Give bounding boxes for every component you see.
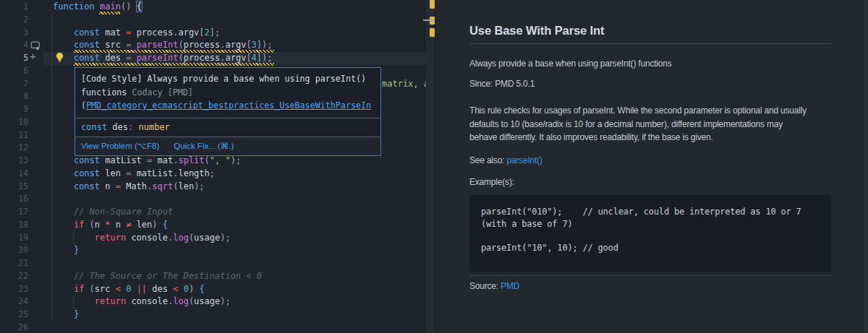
code-editor[interactable]: 1function main() {23 const mat = process… xyxy=(0,0,435,333)
code-token: mat xyxy=(158,155,174,165)
line-number[interactable]: 18 xyxy=(0,219,28,232)
code-token: const xyxy=(74,181,105,191)
code-token xyxy=(53,220,74,230)
lightbulb-icon[interactable] xyxy=(55,52,64,66)
code-token: n xyxy=(116,220,126,230)
code-token: if xyxy=(74,284,90,294)
divider xyxy=(469,275,831,276)
code-line-26[interactable]: 26 xyxy=(0,321,435,333)
view-problem-action[interactable]: View Problem (⌥F8) xyxy=(81,142,159,150)
line-number[interactable]: 17 xyxy=(0,206,28,219)
line-number[interactable]: 24 xyxy=(0,295,28,308)
code-token: [ xyxy=(199,27,204,38)
line-number[interactable]: 6 xyxy=(0,65,28,78)
code-line-15[interactable]: 15 const n = Math.sqrt(len); xyxy=(0,181,435,194)
code-token: parseInt xyxy=(137,53,179,63)
code-token: matrix, a xyxy=(382,79,429,89)
line-number[interactable]: 15 xyxy=(0,181,28,194)
code-line-17[interactable]: 17 // Non-Square Input xyxy=(0,206,435,219)
example-code-block: parseInt("010"); // unclear, could be in… xyxy=(469,195,831,272)
code-text: } xyxy=(53,309,79,319)
code-line-25[interactable]: 25 } xyxy=(0,308,435,321)
line-number[interactable]: 2 xyxy=(0,14,28,27)
code-token xyxy=(53,233,95,243)
rule-id-link[interactable]: PMD_category_ecmascript_bestpractices_Us… xyxy=(86,100,371,111)
code-line-19[interactable]: 19 return console.log(usage); xyxy=(0,232,435,245)
line-number[interactable]: 23 xyxy=(0,283,28,296)
code-line-14[interactable]: 14 const len = matList.length; xyxy=(0,168,435,181)
vscode-window: 1function main() {23 const mat = process… xyxy=(0,0,868,333)
code-token: len xyxy=(178,181,194,191)
tooltip-message-line: [Code Style] Always provide a base when … xyxy=(81,72,375,86)
code-token: process xyxy=(137,27,174,38)
line-number[interactable]: 12 xyxy=(0,142,28,155)
code-token: const xyxy=(74,168,105,178)
tooltip-actions-bar: View Problem (⌥F8)Quick Fix... (⌘.) xyxy=(75,137,380,155)
rule-docs-panel: Use Base With Parse Int Always provide a… xyxy=(435,0,868,333)
doc-subtitle: Always provide a base when using parseIn… xyxy=(469,59,672,69)
code-token: n xyxy=(95,220,105,230)
tooltip-message-line: functions Codacy [PMD] xyxy=(81,86,375,100)
line-number[interactable]: 8 xyxy=(0,90,28,103)
code-token: argv xyxy=(178,27,199,38)
code-line-13[interactable]: 13 const matList = mat.split(", "); xyxy=(0,155,435,168)
line-number[interactable]: 7 xyxy=(0,78,28,91)
code-line-16[interactable]: 16 xyxy=(0,193,435,206)
code-line-18[interactable]: 18 if (n * n ≠ len) { xyxy=(0,219,435,232)
code-token: const xyxy=(81,122,112,132)
code-line-1[interactable]: 1function main() { xyxy=(0,1,435,14)
code-token: log xyxy=(173,296,189,306)
code-line-23[interactable]: 23 if (src < 0 || des < 0) { xyxy=(0,283,435,296)
code-text: const len = matList.length; xyxy=(53,168,215,178)
line-number[interactable]: 9 xyxy=(0,103,28,116)
code-token: ] xyxy=(257,53,262,63)
code-token: 3 xyxy=(252,40,257,50)
code-token: const xyxy=(74,27,105,38)
line-number[interactable]: 20 xyxy=(0,244,28,257)
code-line-22[interactable]: 22 // The Source or The Destination < 0 xyxy=(0,270,435,283)
code-token: len xyxy=(137,220,153,230)
code-line-24[interactable]: 24 return console.log(usage); xyxy=(0,295,435,308)
code-line-20[interactable]: 20 } xyxy=(0,244,435,257)
code-token: des xyxy=(105,53,126,63)
line-number[interactable]: 13 xyxy=(0,155,28,168)
line-number[interactable]: 26 xyxy=(0,321,28,333)
quick-fix-action[interactable]: Quick Fix... (⌘.) xyxy=(174,142,234,150)
code-token: : xyxy=(128,122,138,132)
line-number[interactable]: 11 xyxy=(0,129,28,142)
code-token: split xyxy=(178,155,204,165)
code-token xyxy=(53,181,74,191)
line-number[interactable]: 3 xyxy=(0,27,28,40)
line-number[interactable]: 10 xyxy=(0,116,28,129)
doc-examples-label: Example(s): xyxy=(469,177,514,187)
code-token xyxy=(53,284,74,294)
code-line-2[interactable]: 2 xyxy=(0,14,435,27)
code-token: const xyxy=(74,40,105,50)
line-number[interactable]: 21 xyxy=(0,257,28,270)
doc-description-line: behave differently. It also improves rea… xyxy=(469,131,807,144)
code-token: ); xyxy=(262,53,272,63)
line-number[interactable]: 25 xyxy=(0,308,28,321)
line-number[interactable]: 19 xyxy=(0,232,28,245)
code-token: { xyxy=(163,220,168,230)
code-token xyxy=(53,27,74,38)
code-text: const des = parseInt(process.argv[4]); xyxy=(53,53,273,63)
pmd-source-link[interactable]: PMD xyxy=(501,281,519,291)
line-number[interactable]: 22 xyxy=(0,270,28,283)
panel-scrollbar[interactable] xyxy=(864,0,867,333)
code-token: sqrt xyxy=(152,181,173,191)
parseint-doc-link[interactable]: parseInt() xyxy=(506,155,542,165)
code-token: return xyxy=(95,296,132,306)
line-number[interactable]: 1 xyxy=(0,1,28,14)
code-line-21[interactable]: 21 xyxy=(0,257,435,270)
example-code-line: (with a base of 7) xyxy=(481,218,820,230)
code-line-3[interactable]: 3 const mat = process.argv[2]; xyxy=(0,27,435,40)
overview-ruler[interactable] xyxy=(426,0,435,333)
line-number[interactable]: 5 xyxy=(0,52,28,65)
line-number[interactable]: 14 xyxy=(0,168,28,181)
line-number[interactable]: 4 xyxy=(0,39,28,52)
code-token: des xyxy=(152,284,173,294)
plus-icon[interactable]: + xyxy=(30,51,36,61)
code-token: { xyxy=(137,1,142,12)
line-number[interactable]: 16 xyxy=(0,193,28,206)
